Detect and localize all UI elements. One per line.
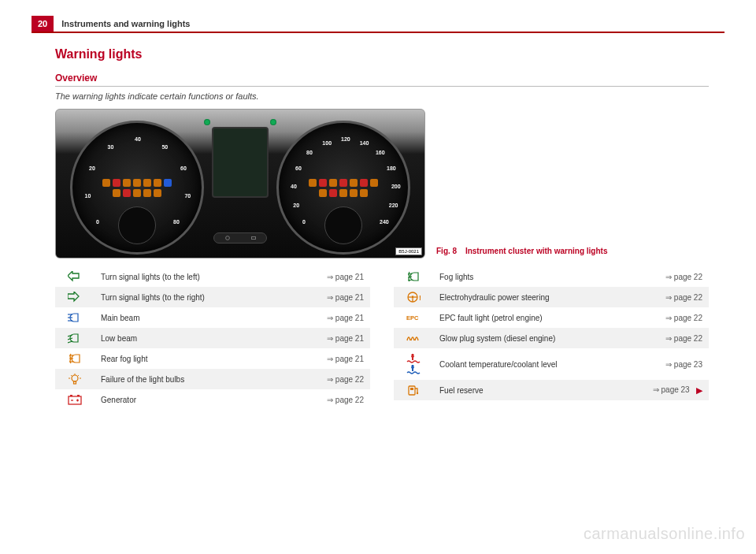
indicator-led	[270, 119, 276, 125]
warning-label: Fog lights	[433, 266, 647, 287]
tachometer-dial: 01020304050607080	[70, 121, 204, 255]
page-content: Warning lights Overview The warning ligh…	[0, 33, 756, 410]
temp-subdial	[324, 206, 362, 244]
intro-text: The warning lights indicate certain func…	[55, 91, 709, 101]
center-display	[212, 127, 269, 198]
table-row: Coolant temperature/coolant levelpage 23	[394, 348, 709, 380]
dial-number: 220	[389, 203, 398, 208]
warning-label: Rear fog light	[94, 348, 311, 369]
battery-icon	[55, 389, 94, 410]
page-reference: page 21	[311, 307, 370, 328]
page-reference: page 22	[647, 328, 709, 348]
table-row: Electrohydraulic power steeringpage 22	[394, 287, 709, 307]
page-reference: page 21	[311, 348, 370, 369]
dial-number: 30	[108, 144, 114, 150]
table-row: Glow plug system (diesel engine)page 22	[394, 328, 709, 348]
page-reference: page 21	[311, 328, 370, 348]
dial-number: 20	[293, 203, 299, 208]
warning-table-left: Turn signal lights (to the left)page 21T…	[55, 266, 370, 410]
svg-rect-1	[251, 236, 255, 239]
dial-number: 70	[184, 193, 191, 199]
figure-number: Fig. 8	[436, 247, 457, 255]
dial-number: 160	[376, 150, 385, 155]
table-row: Fog lightspage 22	[394, 266, 709, 287]
dial-warning-icons	[305, 162, 382, 214]
table-row: Turn signal lights (to the left)page 21	[55, 266, 370, 287]
dial-number: 60	[180, 165, 187, 171]
warning-label: Electrohydraulic power steering	[433, 287, 647, 307]
left-column: Turn signal lights (to the left)page 21T…	[55, 266, 370, 410]
continue-arrow-icon: ▶	[696, 385, 702, 395]
bulb-fail-icon	[55, 369, 94, 389]
figure-caption: Fig. 8 Instrument cluster with warning l…	[436, 247, 607, 258]
dial-number: 0	[302, 219, 306, 225]
dial-number: 40	[291, 184, 297, 189]
warning-label: Fuel reserve	[433, 380, 647, 400]
page-reference: page 22	[311, 389, 370, 410]
page-reference: page 23 ▶	[647, 380, 709, 400]
coolant-icon	[394, 348, 433, 380]
table-row: Turn signal lights (to the right)page 21	[55, 287, 370, 307]
watermark: carmanualsonline.info	[584, 525, 745, 543]
warning-light-columns: Turn signal lights (to the left)page 21T…	[55, 266, 709, 410]
power-steer-icon	[394, 287, 433, 307]
table-row: Low beampage 21	[55, 328, 370, 348]
warning-label: Glow plug system (diesel engine)	[433, 328, 647, 348]
table-row: Main beampage 21	[55, 307, 370, 328]
warning-label: Turn signal lights (to the left)	[94, 266, 311, 287]
table-row: Fuel reservepage 23 ▶	[394, 380, 709, 400]
turn-right-icon	[55, 287, 94, 307]
turn-left-icon	[55, 266, 94, 287]
dial-number: 80	[306, 150, 313, 155]
page-header: 20 Instruments and warning lights	[32, 16, 724, 33]
dial-warning-icons	[98, 162, 176, 214]
dial-number: 10	[85, 193, 91, 199]
table-row: Rear fog lightpage 21	[55, 348, 370, 369]
table-row: Generatorpage 22	[55, 389, 370, 410]
glow-plug-icon	[394, 328, 433, 348]
warning-label: Turn signal lights (to the right)	[94, 287, 311, 307]
figure-caption-text: Instrument cluster with warning lights	[465, 247, 608, 255]
figure-internal-label: B5J-0021	[395, 247, 422, 255]
dial-number: 50	[161, 144, 168, 150]
instrument-cluster-figure: 01020304050607080 0204060801001201401601…	[55, 109, 425, 258]
warning-label: Coolant temperature/coolant level	[433, 348, 647, 380]
dial-number: 100	[322, 140, 332, 146]
page-reference: page 22	[647, 266, 709, 287]
table-row: EPC fault light (petrol engine)page 22	[394, 307, 709, 328]
page-reference: page 22	[647, 287, 709, 307]
warning-label: Generator	[94, 389, 311, 410]
sub-heading: Overview	[55, 73, 709, 87]
dial-number: 0	[96, 219, 99, 225]
warning-label: Failure of the light bulbs	[94, 369, 311, 389]
dial-number: 40	[135, 136, 141, 142]
section-heading: Warning lights	[55, 47, 709, 61]
chapter-title: Instruments and warning lights	[54, 16, 198, 32]
dial-number: 200	[391, 184, 401, 189]
low-beam-icon	[55, 328, 94, 348]
fuel-icon	[394, 380, 433, 400]
right-column: Fog lightspage 22Electrohydraulic power …	[394, 266, 709, 410]
main-beam-icon	[55, 307, 94, 328]
page-reference: page 22	[311, 369, 370, 389]
warning-label: EPC fault light (petrol engine)	[433, 307, 647, 328]
page-reference: page 21	[311, 266, 370, 287]
page-reference: page 23	[647, 348, 709, 380]
dial-number: 120	[341, 136, 350, 142]
fog-icon	[394, 266, 433, 287]
dial-number: 60	[295, 165, 302, 171]
warning-label: Low beam	[94, 328, 311, 348]
dial-number: 20	[89, 165, 95, 171]
fuel-subdial	[118, 206, 156, 244]
speedometer-dial: 020406080100120140160180200220240	[276, 121, 410, 255]
dial-number: 240	[380, 219, 389, 225]
dial-number: 180	[387, 165, 396, 171]
page-number: 20	[32, 16, 54, 32]
indicator-led	[204, 119, 210, 125]
page-reference: page 22	[647, 307, 709, 328]
warning-label: Main beam	[94, 307, 311, 328]
page-reference: page 21	[311, 287, 370, 307]
dial-number: 80	[173, 219, 180, 225]
epc-icon	[394, 307, 433, 328]
svg-point-0	[225, 236, 229, 240]
